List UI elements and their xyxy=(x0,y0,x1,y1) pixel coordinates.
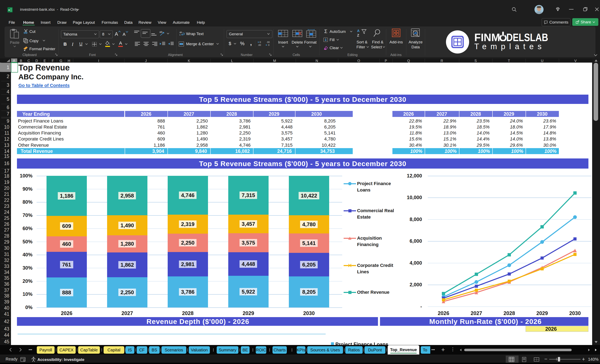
svg-text:c: c xyxy=(179,34,181,36)
svg-text:.00: .00 xyxy=(266,41,270,43)
svg-text:0: 0 xyxy=(260,41,261,43)
svg-text:ab: ab xyxy=(159,30,162,34)
svg-text:.00: .00 xyxy=(258,44,261,46)
svg-text:Z: Z xyxy=(357,34,359,37)
svg-text:0: 0 xyxy=(268,44,269,46)
svg-text:ab: ab xyxy=(179,31,182,34)
svg-text:x: x xyxy=(8,8,10,12)
svg-text:A: A xyxy=(357,29,360,33)
